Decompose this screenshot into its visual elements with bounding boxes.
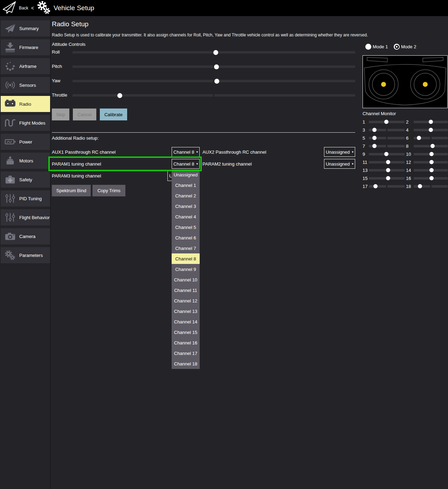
param1-channel-dropdown[interactable]: Channel 8▾ bbox=[172, 159, 200, 169]
dropdown-option-channel-16[interactable]: Channel 16 bbox=[172, 337, 200, 348]
dropdown-option-channel-11[interactable]: Channel 11 bbox=[172, 285, 200, 295]
dropdown-option-channel-12[interactable]: Channel 12 bbox=[172, 295, 200, 306]
sidebar-item-safety[interactable]: Safety bbox=[1, 172, 50, 188]
back-button[interactable]: Back bbox=[19, 6, 28, 11]
dropdown-option-channel-15[interactable]: Channel 15 bbox=[172, 327, 200, 337]
channel-monitor-row: 7 bbox=[363, 142, 405, 150]
throttle-slider-thumb bbox=[117, 93, 122, 98]
top-toolbar: Back < Vehicle Setup bbox=[0, 0, 448, 16]
channel-number: 10 bbox=[406, 152, 412, 157]
parameters-icon bbox=[4, 250, 17, 261]
channel-monitor-row: 8 bbox=[406, 142, 448, 150]
dropdown-option-channel-18[interactable]: Channel 18 bbox=[172, 358, 200, 369]
attitude-controls-heading: Attitude Controls bbox=[52, 42, 85, 47]
channel-monitor-row: 14 bbox=[406, 166, 448, 174]
channel-slider-dot bbox=[429, 128, 433, 132]
dropdown-option-channel-13[interactable]: Channel 13 bbox=[172, 306, 200, 316]
channel-monitor-row: 9 bbox=[363, 150, 405, 158]
dropdown-option-channel-7[interactable]: Channel 7 bbox=[172, 243, 200, 253]
airframe-icon bbox=[4, 61, 17, 72]
sidebar-item-radio[interactable]: Radio bbox=[1, 96, 50, 112]
channel-slider-track bbox=[369, 129, 405, 131]
cancel-button[interactable]: Cancel bbox=[73, 109, 96, 120]
dropdown-option-channel-4[interactable]: Channel 4 bbox=[172, 211, 200, 222]
qgroundcontrol-logo-icon[interactable] bbox=[2, 0, 17, 16]
pitch-slider-track bbox=[73, 65, 355, 68]
radio-button-checked-icon[interactable] bbox=[394, 44, 400, 50]
channel-slider-dot bbox=[372, 128, 377, 132]
roll-slider-track bbox=[73, 51, 355, 54]
channel-slider-track bbox=[414, 177, 448, 180]
sidebar-item-flight-behavior[interactable]: Flight Behavior bbox=[1, 209, 50, 225]
channel-slider-track bbox=[369, 161, 405, 163]
sidebar-item-airframe[interactable]: Airframe bbox=[1, 58, 50, 74]
sidebar-item-label: Power bbox=[19, 139, 32, 145]
right-stick-dot bbox=[423, 82, 428, 87]
radio-button-icon[interactable] bbox=[365, 44, 371, 50]
channel-slider-dot bbox=[386, 176, 390, 180]
channel-slider-dot bbox=[384, 152, 388, 156]
dropdown-option-channel-17[interactable]: Channel 17 bbox=[172, 348, 200, 358]
sidebar-item-sensors[interactable]: Sensors bbox=[1, 77, 50, 93]
param2-channel-dropdown[interactable]: Unassigned▾ bbox=[324, 159, 355, 169]
roll-label: Roll bbox=[52, 49, 60, 55]
sidebar-item-label: Summary bbox=[19, 26, 39, 31]
skip-button[interactable]: Skip bbox=[52, 109, 69, 120]
yaw-label: Yaw bbox=[52, 78, 60, 83]
aux2-channel-dropdown[interactable]: Unassigned▾ bbox=[324, 147, 355, 157]
sidebar-item-label: Firmware bbox=[19, 45, 38, 50]
sidebar-item-label: Flight Behavior bbox=[19, 215, 50, 220]
chevron-down-icon: ▾ bbox=[196, 150, 198, 154]
sidebar-item-firmware[interactable]: Firmware bbox=[1, 39, 50, 55]
sidebar-item-summary[interactable]: Summary bbox=[1, 20, 50, 36]
dropdown-option-channel-2[interactable]: Channel 2 bbox=[172, 190, 200, 201]
aux1-passthrough-label: AUX1 Passthrough RC channel bbox=[52, 149, 116, 155]
channel-slider-track bbox=[369, 145, 405, 147]
channel-monitor-row: 4 bbox=[406, 126, 448, 134]
channel-slider-track bbox=[369, 185, 405, 188]
dropdown-option-channel-1[interactable]: Channel 1 bbox=[172, 180, 200, 190]
channel-monitor-row: 5 bbox=[363, 134, 405, 142]
sidebar-item-label: Radio bbox=[19, 102, 31, 107]
setup-sidebar: Summary Firmware bbox=[1, 20, 50, 266]
channel-monitor-row: 15 bbox=[363, 174, 405, 182]
dropdown-option-channel-8[interactable]: Channel 8 bbox=[172, 253, 200, 264]
dropdown-option-unassigned[interactable]: Unassigned bbox=[172, 169, 200, 180]
channel-slider-dot bbox=[429, 168, 434, 172]
calibrate-button[interactable]: Calibrate bbox=[100, 109, 127, 120]
channel-slider-track bbox=[414, 121, 448, 123]
sidebar-item-camera[interactable]: Camera bbox=[1, 228, 50, 244]
dropdown-option-channel-3[interactable]: Channel 3 bbox=[172, 201, 200, 211]
sidebar-item-pid-tuning[interactable]: PID Tuning bbox=[1, 190, 50, 207]
sidebar-item-power[interactable]: Power bbox=[1, 134, 50, 150]
channel-monitor-row: 17 bbox=[363, 182, 405, 190]
copy-trims-button[interactable]: Copy Trims bbox=[92, 185, 125, 196]
dropdown-option-channel-9[interactable]: Channel 9 bbox=[172, 264, 200, 274]
sensors-icon bbox=[4, 79, 17, 91]
param1-channel-value: Channel 8 bbox=[173, 161, 194, 167]
spektrum-bind-button[interactable]: Spektrum Bind bbox=[52, 185, 91, 196]
channel-number: 12 bbox=[406, 160, 412, 165]
power-battery-icon bbox=[4, 136, 17, 147]
dropdown-option-channel-10[interactable]: Channel 10 bbox=[172, 274, 200, 285]
channel-number: 7 bbox=[363, 144, 367, 149]
sidebar-item-motors[interactable]: Motors bbox=[1, 153, 50, 169]
dropdown-option-channel-5[interactable]: Channel 5 bbox=[172, 222, 200, 232]
channel-monitor-row: 10 bbox=[406, 150, 448, 158]
aux1-channel-dropdown[interactable]: Channel 8▾ bbox=[172, 147, 200, 157]
channel-slider-dot bbox=[418, 184, 422, 188]
mode2-radio-option[interactable]: Mode 2 bbox=[394, 44, 416, 50]
mode1-radio-option[interactable]: Mode 1 bbox=[365, 44, 388, 50]
sidebar-item-flight-modes[interactable]: Flight Modes bbox=[1, 115, 50, 131]
channel-slider-track bbox=[414, 161, 448, 163]
additional-radio-setup-heading: Additional Radio setup: bbox=[52, 135, 99, 141]
dropdown-option-channel-6[interactable]: Channel 6 bbox=[172, 232, 200, 243]
sidebar-item-parameters[interactable]: Parameters bbox=[1, 247, 50, 263]
dropdown-option-channel-14[interactable]: Channel 14 bbox=[172, 316, 200, 327]
vehicle-setup-gears-icon bbox=[36, 0, 51, 16]
throttle-label: Throttle bbox=[52, 92, 67, 98]
channel-monitor-heading: Channel Monitor bbox=[363, 111, 396, 116]
channel-number: 15 bbox=[363, 176, 367, 181]
channel-slider-dot bbox=[372, 136, 377, 140]
channel-slider-track bbox=[414, 129, 448, 131]
